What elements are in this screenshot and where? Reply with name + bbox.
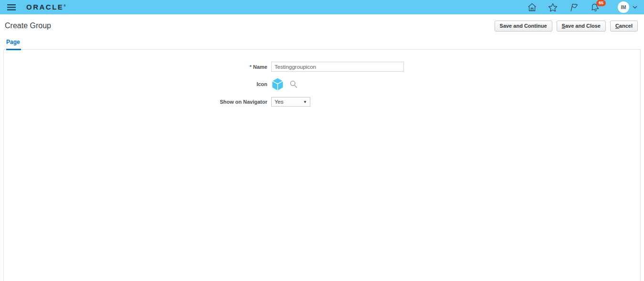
page-action-bar: Create Group Save and Continue Save and … xyxy=(0,14,644,37)
navigator-field-row: Show on Navigator Yes ▼ xyxy=(4,97,640,107)
tab-row: Page xyxy=(0,37,644,49)
icon-field-row: Icon xyxy=(4,77,640,91)
flag-icon[interactable] xyxy=(569,2,579,12)
search-icon[interactable] xyxy=(290,80,297,88)
show-on-navigator-label: Show on Navigator xyxy=(4,99,271,105)
save-and-close-button[interactable]: Save and Close xyxy=(557,21,606,32)
show-on-navigator-select[interactable]: Yes ▼ xyxy=(271,97,310,107)
icon-picker xyxy=(271,77,297,91)
hamburger-menu-icon[interactable] xyxy=(7,4,16,11)
name-field-row: *Name xyxy=(4,62,640,72)
chevron-down-icon xyxy=(633,6,637,9)
required-marker: * xyxy=(250,64,252,70)
notifications-bell-icon[interactable]: 65 xyxy=(590,2,600,12)
avatar[interactable]: IM xyxy=(618,1,629,13)
page-title: Create Group xyxy=(5,22,51,30)
user-menu[interactable]: IM xyxy=(618,1,637,13)
cube-icon[interactable] xyxy=(271,77,285,91)
name-label: *Name xyxy=(4,64,271,70)
action-buttons: Save and Continue Save and Close Cancel xyxy=(495,21,638,32)
dropdown-arrow-icon: ▼ xyxy=(303,100,307,104)
content-panel: *Name Icon xyxy=(3,49,641,281)
icon-label: Icon xyxy=(4,81,271,87)
show-on-navigator-value: Yes xyxy=(274,99,284,105)
name-input[interactable] xyxy=(271,62,404,72)
notification-count-badge: 65 xyxy=(596,0,606,6)
cancel-button[interactable]: Cancel xyxy=(610,21,638,32)
tab-page[interactable]: Page xyxy=(6,39,21,50)
oracle-logo: ORACLE® xyxy=(26,3,66,11)
home-icon[interactable] xyxy=(527,2,537,12)
topbar: ORACLE® 65 xyxy=(0,0,644,14)
topbar-actions: 65 IM xyxy=(527,1,637,13)
favorites-star-icon[interactable] xyxy=(548,2,558,12)
save-and-continue-button[interactable]: Save and Continue xyxy=(495,21,552,32)
